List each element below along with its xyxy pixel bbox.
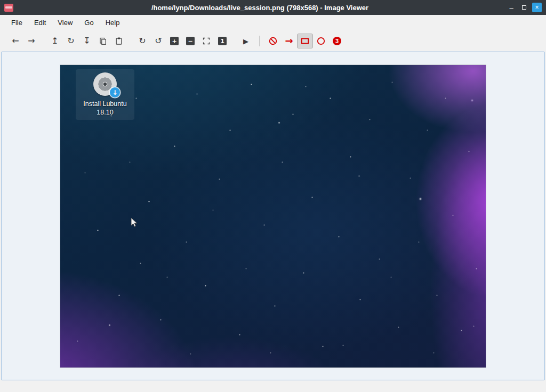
save-icon: ↧ (83, 37, 90, 45)
copy-icon (99, 37, 107, 45)
no-annotation-icon (268, 36, 278, 46)
close-button[interactable]: × (532, 3, 542, 12)
menu-help[interactable]: Help (100, 16, 126, 29)
zoom-out-button[interactable]: − (182, 34, 198, 48)
slideshow-button[interactable]: ▶ (238, 34, 254, 48)
mouse-cursor-icon (131, 217, 138, 228)
image-viewer-window: /home/lynp/Downloads/live_session.png (7… (0, 0, 546, 392)
maximize-button[interactable] (519, 3, 529, 12)
menu-go[interactable]: Go (78, 16, 99, 29)
toolbar: ← → ↥ ↻ ↧ ↻ (0, 30, 546, 52)
menubar: File Edit View Go Help (0, 15, 546, 30)
menu-edit[interactable]: Edit (28, 16, 52, 29)
minimize-button[interactable]: – (507, 3, 516, 12)
next-icon: → (28, 37, 35, 45)
titlebar[interactable]: /home/lynp/Downloads/live_session.png (7… (0, 0, 546, 15)
zoom-fit-icon (202, 37, 211, 45)
zoom-fit-button[interactable] (198, 34, 214, 48)
reload-icon: ↻ (67, 37, 74, 45)
annotation-rectangle-button[interactable] (297, 34, 313, 48)
upload-button[interactable]: ↥ (47, 34, 63, 48)
number-annotation-icon: 3 (333, 37, 341, 45)
save-button[interactable]: ↧ (79, 34, 95, 48)
toolbar-separator (259, 36, 260, 46)
annotation-number-button[interactable]: 3 (329, 34, 345, 48)
next-button[interactable]: → (23, 34, 39, 48)
window-title: /home/lynp/Downloads/live_session.png (7… (13, 4, 507, 12)
rotate-counterclockwise-icon: ↺ (155, 37, 162, 45)
menu-view[interactable]: View (52, 16, 78, 29)
image-viewport[interactable]: ↓ Install Lubuntu 18.10 (2, 52, 544, 380)
window-controls: – × (507, 3, 542, 12)
previous-button[interactable]: ← (7, 34, 23, 48)
rotate-clockwise-button[interactable]: ↻ (134, 34, 150, 48)
cd-disc-icon: ↓ (93, 72, 117, 96)
app-icon (4, 4, 13, 12)
starfield-bright (60, 65, 61, 66)
download-badge-icon: ↓ (110, 87, 120, 97)
desktop-icon-label: Install Lubuntu 18.10 (77, 100, 133, 117)
paste-button[interactable] (111, 34, 127, 48)
annotation-circle-button[interactable] (313, 34, 329, 48)
desktop-icon-install-lubuntu: ↓ Install Lubuntu 18.10 (76, 69, 134, 120)
paste-icon (115, 37, 123, 45)
rotate-counterclockwise-button[interactable]: ↺ (150, 34, 166, 48)
arrow-annotation-icon: → (285, 36, 293, 46)
circle-annotation-icon (316, 36, 326, 46)
zoom-in-icon: + (170, 37, 179, 45)
previous-icon: ← (12, 37, 19, 45)
annotation-arrow-button[interactable]: → (281, 34, 297, 48)
annotation-none-button[interactable] (265, 34, 281, 48)
play-icon: ▶ (243, 38, 248, 45)
zoom-out-icon: − (186, 37, 195, 45)
reload-button[interactable]: ↻ (63, 34, 79, 48)
menu-file[interactable]: File (5, 16, 28, 29)
displayed-image[interactable]: ↓ Install Lubuntu 18.10 (60, 65, 486, 368)
zoom-in-button[interactable]: + (166, 34, 182, 48)
maximize-icon (522, 5, 526, 10)
zoom-original-icon: 1 (218, 37, 227, 45)
copy-button[interactable] (95, 34, 111, 48)
rotate-clockwise-icon: ↻ (139, 37, 146, 45)
upload-icon: ↥ (51, 37, 58, 45)
statusbar (0, 380, 546, 392)
rectangle-annotation-icon (300, 36, 310, 46)
zoom-original-button[interactable]: 1 (214, 34, 230, 48)
